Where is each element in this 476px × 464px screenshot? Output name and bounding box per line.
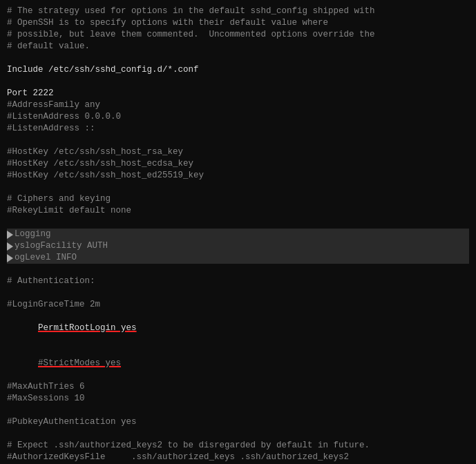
line-20-logging: Logging xyxy=(7,229,469,240)
line-blank-1 xyxy=(7,52,469,64)
permit-root-login: PermitRootLogin yes xyxy=(7,311,137,346)
line-21-syslog: yslogFacility AUTH xyxy=(7,240,469,252)
line-content: #AuthorizedKeysFile .ssh/authorized_keys… xyxy=(7,452,349,463)
line-blank-9 xyxy=(7,428,469,440)
line-content: #MaxSessions 10 xyxy=(7,393,85,405)
line-content: # OpenSSH is to specify options with the… xyxy=(7,17,328,29)
highlight-bar xyxy=(7,229,469,240)
line-9: #AddressFamily any xyxy=(7,99,469,111)
line-content: #ListenAddress 0.0.0.0 xyxy=(7,111,121,123)
line-content: # default value. xyxy=(7,41,90,52)
cursor-triangle-2-icon xyxy=(7,242,13,251)
line-blank-2 xyxy=(7,76,469,88)
cursor-triangle-icon xyxy=(7,231,13,239)
line-18: #RekeyLimit default none xyxy=(7,205,469,217)
line-content: Port 2222 xyxy=(7,88,54,99)
line-2: # OpenSSH is to specify options with the… xyxy=(7,17,469,29)
line-22-loglevel: ogLevel INFO xyxy=(7,252,469,264)
line-content: #HostKey /etc/ssh/ssh_host_ecdsa_key xyxy=(7,158,193,170)
logging-text: Logging xyxy=(15,229,51,240)
line-11: #ListenAddress :: xyxy=(7,123,469,135)
line-34: # Expect .ssh/authorized_keys2 to be dis… xyxy=(7,440,469,452)
line-content: #LoginGraceTime 2m xyxy=(7,299,100,311)
line-blank-6 xyxy=(7,264,469,276)
line-content: #HostKey /etc/ssh/ssh_host_rsa_key xyxy=(7,146,183,158)
line-27-permitroot: PermitRootLogin yes xyxy=(7,311,469,346)
cursor-triangle-3-icon xyxy=(7,254,13,262)
line-3: # possible, but leave them commented. Un… xyxy=(7,29,469,41)
line-29: #MaxAuthTries 6 xyxy=(7,381,469,393)
line-content: #MaxAuthTries 6 xyxy=(7,381,85,393)
line-blank-8 xyxy=(7,405,469,416)
line-content: #RekeyLimit default none xyxy=(7,205,131,217)
line-blank-4 xyxy=(7,182,469,193)
line-content: #PubkeyAuthentication yes xyxy=(7,416,137,428)
line-24-auth: # Authentication: xyxy=(7,276,469,287)
line-1: # The strategy used for options in the d… xyxy=(7,6,469,17)
line-28-strictmodes: #StrictModes yes xyxy=(7,346,469,381)
line-26: #LoginGraceTime 2m xyxy=(7,299,469,311)
line-content: # Expect .ssh/authorized_keys2 to be dis… xyxy=(7,440,370,452)
loglevel-text: ogLevel INFO xyxy=(15,252,77,264)
line-blank-7 xyxy=(7,287,469,299)
line-15: #HostKey /etc/ssh/ssh_host_ed25519_key xyxy=(7,170,469,182)
line-8: Port 2222 xyxy=(7,88,469,99)
line-content: #HostKey /etc/ssh/ssh_host_ed25519_key xyxy=(7,170,204,182)
line-35: #AuthorizedKeysFile .ssh/authorized_keys… xyxy=(7,452,469,463)
terminal-window: # The strategy used for options in the d… xyxy=(0,0,476,464)
line-blank-3 xyxy=(7,135,469,146)
line-content: #ListenAddress :: xyxy=(7,123,95,135)
ciphers-comment: # Ciphers and keying xyxy=(7,193,111,205)
line-4: # default value. xyxy=(7,41,469,52)
syslog-text: yslogFacility AUTH xyxy=(15,240,108,252)
permit-root-text: PermitRootLogin yes xyxy=(38,323,137,333)
line-content: #AddressFamily any xyxy=(7,99,100,111)
auth-comment: # Authentication: xyxy=(7,276,95,287)
line-13: #HostKey /etc/ssh/ssh_host_rsa_key xyxy=(7,146,469,158)
line-14: #HostKey /etc/ssh/ssh_host_ecdsa_key xyxy=(7,158,469,170)
strict-modes-text: #StrictModes yes xyxy=(38,358,121,368)
line-content: Include /etc/ssh/sshd_config.d/*.conf xyxy=(7,64,199,76)
line-content: # The strategy used for options in the d… xyxy=(7,6,375,17)
line-6: Include /etc/ssh/sshd_config.d/*.conf xyxy=(7,64,469,76)
line-content: # possible, but leave them commented. Un… xyxy=(7,29,375,41)
line-30: #MaxSessions 10 xyxy=(7,393,469,405)
line-17-ciphers: # Ciphers and keying xyxy=(7,193,469,205)
line-32: #PubkeyAuthentication yes xyxy=(7,416,469,428)
line-blank-5 xyxy=(7,217,469,229)
line-10: #ListenAddress 0.0.0.0 xyxy=(7,111,469,123)
